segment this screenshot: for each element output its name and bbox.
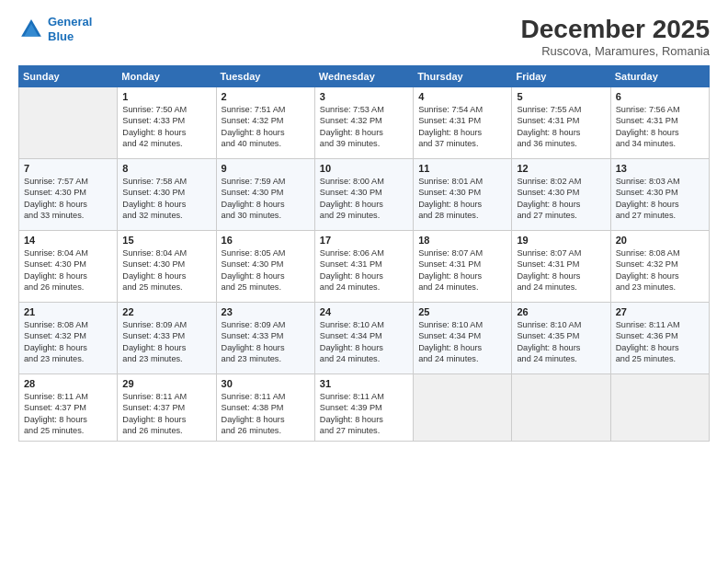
day-number: 6 xyxy=(616,91,704,102)
day-cell: 11Sunrise: 8:01 AM Sunset: 4:30 PM Dayli… xyxy=(414,159,512,231)
day-cell: 14Sunrise: 8:04 AM Sunset: 4:30 PM Dayli… xyxy=(19,231,118,303)
day-cell: 26Sunrise: 8:10 AM Sunset: 4:35 PM Dayli… xyxy=(512,303,610,374)
calendar-table: SundayMondayTuesdayWednesdayThursdayFrid… xyxy=(18,65,710,442)
day-info: Sunrise: 7:57 AM Sunset: 4:30 PM Dayligh… xyxy=(24,176,112,222)
day-number: 26 xyxy=(517,306,605,317)
day-number: 12 xyxy=(517,163,605,174)
day-cell: 22Sunrise: 8:09 AM Sunset: 4:33 PM Dayli… xyxy=(118,303,216,374)
day-info: Sunrise: 8:11 AM Sunset: 4:37 PM Dayligh… xyxy=(24,391,112,437)
day-info: Sunrise: 8:06 AM Sunset: 4:31 PM Dayligh… xyxy=(320,247,408,293)
day-cell: 3Sunrise: 7:53 AM Sunset: 4:32 PM Daylig… xyxy=(314,87,413,159)
day-cell: 24Sunrise: 8:10 AM Sunset: 4:34 PM Dayli… xyxy=(314,303,413,374)
logo-line2: Blue xyxy=(48,29,74,43)
day-info: Sunrise: 7:51 AM Sunset: 4:32 PM Dayligh… xyxy=(222,104,310,150)
day-info: Sunrise: 8:05 AM Sunset: 4:30 PM Dayligh… xyxy=(222,247,310,293)
day-number: 18 xyxy=(418,235,506,246)
day-number: 9 xyxy=(222,163,310,174)
day-cell: 9Sunrise: 7:59 AM Sunset: 4:30 PM Daylig… xyxy=(216,159,314,231)
header-cell-saturday: Saturday xyxy=(610,66,709,87)
day-cell: 29Sunrise: 8:11 AM Sunset: 4:37 PM Dayli… xyxy=(118,374,216,442)
day-cell: 2Sunrise: 7:51 AM Sunset: 4:32 PM Daylig… xyxy=(216,87,314,159)
header-cell-thursday: Thursday xyxy=(414,66,512,87)
day-cell: 17Sunrise: 8:06 AM Sunset: 4:31 PM Dayli… xyxy=(314,231,413,303)
day-cell: 12Sunrise: 8:02 AM Sunset: 4:30 PM Dayli… xyxy=(512,159,610,231)
day-cell: 13Sunrise: 8:03 AM Sunset: 4:30 PM Dayli… xyxy=(610,159,709,231)
day-number: 31 xyxy=(320,378,408,389)
day-number: 20 xyxy=(616,235,704,246)
header-cell-wednesday: Wednesday xyxy=(314,66,413,87)
day-number: 23 xyxy=(222,306,310,317)
day-info: Sunrise: 8:10 AM Sunset: 4:35 PM Dayligh… xyxy=(517,319,605,365)
day-info: Sunrise: 8:09 AM Sunset: 4:33 PM Dayligh… xyxy=(122,319,210,365)
day-info: Sunrise: 7:50 AM Sunset: 4:33 PM Dayligh… xyxy=(122,104,210,150)
day-cell: 23Sunrise: 8:09 AM Sunset: 4:33 PM Dayli… xyxy=(216,303,314,374)
day-number: 1 xyxy=(122,91,210,102)
day-info: Sunrise: 8:07 AM Sunset: 4:31 PM Dayligh… xyxy=(418,247,506,293)
header-cell-tuesday: Tuesday xyxy=(216,66,314,87)
day-number: 27 xyxy=(616,306,704,317)
day-info: Sunrise: 7:56 AM Sunset: 4:31 PM Dayligh… xyxy=(616,104,704,150)
logo-text: General Blue xyxy=(48,15,92,43)
day-cell: 27Sunrise: 8:11 AM Sunset: 4:36 PM Dayli… xyxy=(610,303,709,374)
day-cell: 28Sunrise: 8:11 AM Sunset: 4:37 PM Dayli… xyxy=(19,374,118,442)
day-info: Sunrise: 8:00 AM Sunset: 4:30 PM Dayligh… xyxy=(320,176,408,222)
day-info: Sunrise: 8:04 AM Sunset: 4:30 PM Dayligh… xyxy=(122,247,210,293)
day-cell: 15Sunrise: 8:04 AM Sunset: 4:30 PM Dayli… xyxy=(118,231,216,303)
day-info: Sunrise: 7:59 AM Sunset: 4:30 PM Dayligh… xyxy=(222,176,310,222)
header-cell-monday: Monday xyxy=(118,66,216,87)
day-info: Sunrise: 7:55 AM Sunset: 4:31 PM Dayligh… xyxy=(517,104,605,150)
day-info: Sunrise: 8:07 AM Sunset: 4:31 PM Dayligh… xyxy=(517,247,605,293)
day-cell: 6Sunrise: 7:56 AM Sunset: 4:31 PM Daylig… xyxy=(610,87,709,159)
day-number: 17 xyxy=(320,235,408,246)
day-cell: 1Sunrise: 7:50 AM Sunset: 4:33 PM Daylig… xyxy=(118,87,216,159)
week-row: 1Sunrise: 7:50 AM Sunset: 4:33 PM Daylig… xyxy=(19,87,710,159)
day-cell: 21Sunrise: 8:08 AM Sunset: 4:32 PM Dayli… xyxy=(19,303,118,374)
day-info: Sunrise: 8:03 AM Sunset: 4:30 PM Dayligh… xyxy=(616,176,704,222)
day-info: Sunrise: 8:11 AM Sunset: 4:37 PM Dayligh… xyxy=(122,391,210,437)
day-number: 28 xyxy=(24,378,112,389)
day-number: 19 xyxy=(517,235,605,246)
day-cell: 31Sunrise: 8:11 AM Sunset: 4:39 PM Dayli… xyxy=(314,374,413,442)
day-cell: 30Sunrise: 8:11 AM Sunset: 4:38 PM Dayli… xyxy=(216,374,314,442)
day-info: Sunrise: 8:11 AM Sunset: 4:38 PM Dayligh… xyxy=(222,391,310,437)
header: General Blue December 2025 Ruscova, Mara… xyxy=(18,15,710,58)
day-number: 2 xyxy=(222,91,310,102)
day-number: 3 xyxy=(320,91,408,102)
day-number: 4 xyxy=(418,91,506,102)
day-number: 11 xyxy=(418,163,506,174)
day-number: 13 xyxy=(616,163,704,174)
page: General Blue December 2025 Ruscova, Mara… xyxy=(0,0,728,563)
logo-icon xyxy=(18,17,44,42)
week-row: 28Sunrise: 8:11 AM Sunset: 4:37 PM Dayli… xyxy=(19,374,710,442)
day-cell: 7Sunrise: 7:57 AM Sunset: 4:30 PM Daylig… xyxy=(19,159,118,231)
day-number: 30 xyxy=(222,378,310,389)
day-number: 5 xyxy=(517,91,605,102)
day-info: Sunrise: 8:01 AM Sunset: 4:30 PM Dayligh… xyxy=(418,176,506,222)
header-cell-friday: Friday xyxy=(512,66,610,87)
day-info: Sunrise: 8:08 AM Sunset: 4:32 PM Dayligh… xyxy=(616,247,704,293)
day-number: 10 xyxy=(320,163,408,174)
week-row: 21Sunrise: 8:08 AM Sunset: 4:32 PM Dayli… xyxy=(19,303,710,374)
day-cell: 10Sunrise: 8:00 AM Sunset: 4:30 PM Dayli… xyxy=(314,159,413,231)
day-cell: 19Sunrise: 8:07 AM Sunset: 4:31 PM Dayli… xyxy=(512,231,610,303)
day-cell: 5Sunrise: 7:55 AM Sunset: 4:31 PM Daylig… xyxy=(512,87,610,159)
day-info: Sunrise: 8:04 AM Sunset: 4:30 PM Dayligh… xyxy=(24,247,112,293)
day-number: 21 xyxy=(24,306,112,317)
day-info: Sunrise: 8:11 AM Sunset: 4:39 PM Dayligh… xyxy=(320,391,408,437)
day-info: Sunrise: 7:54 AM Sunset: 4:31 PM Dayligh… xyxy=(418,104,506,150)
day-cell xyxy=(414,374,512,442)
day-info: Sunrise: 7:58 AM Sunset: 4:30 PM Dayligh… xyxy=(122,176,210,222)
day-info: Sunrise: 8:09 AM Sunset: 4:33 PM Dayligh… xyxy=(222,319,310,365)
month-title: December 2025 xyxy=(521,15,710,44)
header-row: SundayMondayTuesdayWednesdayThursdayFrid… xyxy=(19,66,710,87)
day-number: 22 xyxy=(122,306,210,317)
day-number: 24 xyxy=(320,306,408,317)
day-cell: 8Sunrise: 7:58 AM Sunset: 4:30 PM Daylig… xyxy=(118,159,216,231)
logo-line1: General xyxy=(48,15,92,29)
day-number: 14 xyxy=(24,235,112,246)
day-number: 7 xyxy=(24,163,112,174)
title-block: December 2025 Ruscova, Maramures, Romani… xyxy=(521,15,710,58)
day-info: Sunrise: 8:08 AM Sunset: 4:32 PM Dayligh… xyxy=(24,319,112,365)
day-number: 15 xyxy=(122,235,210,246)
day-cell: 4Sunrise: 7:54 AM Sunset: 4:31 PM Daylig… xyxy=(414,87,512,159)
